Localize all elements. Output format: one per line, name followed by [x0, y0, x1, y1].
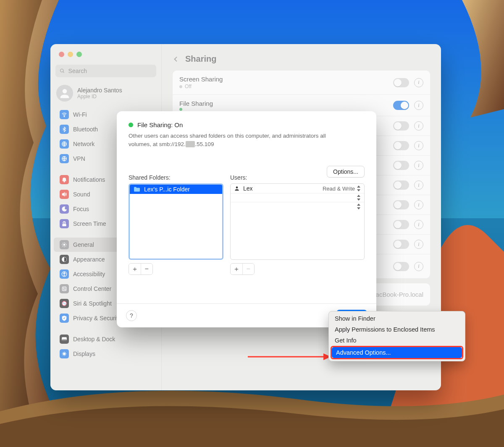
context-menu-item[interactable]: Show in Finder	[331, 313, 463, 324]
back-button[interactable]	[173, 55, 179, 63]
info-button[interactable]: i	[414, 180, 423, 190]
users-list[interactable]: LexRead & Write	[230, 183, 365, 260]
vpn-icon	[60, 154, 69, 163]
svg-point-4	[63, 89, 67, 94]
sidebar-item-label: Network	[73, 141, 94, 147]
sidebar-item-label: Siri & Spotlight	[73, 300, 112, 307]
shared-folders-list[interactable]: Lex's P...ic Folder	[129, 183, 223, 260]
updown-icon	[357, 204, 361, 209]
status-dot-icon	[179, 85, 182, 88]
info-button[interactable]: i	[414, 101, 423, 110]
help-button[interactable]: ?	[126, 310, 137, 321]
focus-icon	[60, 204, 69, 214]
user-name: Lex	[243, 185, 253, 192]
minimize-button[interactable]	[68, 52, 73, 57]
sheet-description: Other users can access shared folders on…	[129, 132, 355, 148]
bell-icon	[60, 175, 69, 184]
add-folder-button[interactable]: ＋	[129, 264, 141, 274]
permission-selector[interactable]	[357, 195, 361, 201]
avatar	[56, 85, 73, 102]
svg-marker-26	[357, 195, 360, 197]
svg-line-3	[63, 72, 64, 73]
sidebar-item-label: Desktop & Dock	[73, 336, 115, 342]
sidebar-item-label: Appearance	[73, 256, 105, 263]
sound-icon	[60, 190, 69, 199]
folder-name: Lex's P...ic Folder	[144, 186, 190, 193]
permission-selector[interactable]	[357, 204, 361, 209]
search-input[interactable]	[68, 67, 152, 75]
info-button[interactable]: i	[414, 141, 423, 150]
sidebar-item-displays[interactable]: Displays	[54, 347, 158, 361]
user-add-remove: ＋ −	[230, 263, 255, 275]
svg-marker-24	[357, 186, 360, 188]
folder-icon	[133, 186, 141, 192]
account-name: Alejandro Santos	[77, 87, 122, 94]
info-button[interactable]: i	[414, 200, 423, 209]
info-button[interactable]: i	[414, 161, 423, 170]
svg-point-2	[60, 69, 63, 72]
toggle[interactable]	[393, 121, 409, 131]
toggle[interactable]	[393, 161, 409, 170]
window-controls	[50, 44, 161, 57]
folder-add-remove: ＋ −	[129, 263, 153, 275]
user-row[interactable]: LexRead & Write	[231, 184, 364, 193]
toggle[interactable]	[393, 101, 409, 110]
toggle[interactable]	[393, 78, 409, 87]
search-field[interactable]	[55, 65, 156, 77]
siri-icon	[60, 299, 69, 308]
context-menu-item[interactable]: Apply Permissions to Enclosed Items	[331, 324, 463, 335]
remove-user-button[interactable]: −	[242, 264, 255, 274]
toggle[interactable]	[393, 141, 409, 150]
updown-icon	[357, 195, 361, 201]
annotation-highlight: Advanced Options...	[331, 346, 463, 359]
svg-marker-27	[357, 199, 360, 201]
sidebar-item-label: Sound	[73, 191, 90, 198]
svg-marker-29	[357, 207, 360, 209]
shared-folders-label: Shared Folders:	[129, 174, 223, 181]
privacy-icon	[60, 314, 69, 323]
desktop: Alejandro Santos Apple ID Wi-FiBluetooth…	[0, 0, 504, 447]
context-menu-item[interactable]: Get Info	[331, 335, 463, 346]
options-button[interactable]: Options...	[327, 166, 365, 178]
svg-rect-21	[62, 340, 67, 340]
svg-point-14	[64, 272, 65, 273]
svg-point-17	[65, 289, 66, 290]
toggle[interactable]	[393, 220, 409, 229]
sidebar-item-label: Control Center	[73, 285, 111, 292]
toggle[interactable]	[393, 262, 409, 271]
wifi-icon	[60, 110, 69, 119]
toggle[interactable]	[393, 200, 409, 209]
svg-point-8	[64, 181, 65, 182]
sidebar-item-label: Notifications	[73, 176, 105, 183]
info-button[interactable]: i	[414, 121, 423, 131]
sidebar-item-label: Focus	[73, 206, 89, 212]
svg-point-5	[64, 116, 65, 117]
file-sharing-sheet: File Sharing: On Other users can access …	[117, 111, 376, 327]
status-dot-icon	[129, 123, 133, 127]
info-button[interactable]: i	[414, 262, 423, 271]
toggle[interactable]	[393, 240, 409, 249]
context-menu: Show in FinderApply Permissions to Enclo…	[328, 311, 465, 361]
toggle[interactable]	[393, 180, 409, 190]
sidebar-item-desktop-dock[interactable]: Desktop & Dock	[54, 332, 158, 346]
gear-icon	[60, 240, 69, 249]
sidebar-item-label: General	[73, 241, 94, 248]
svg-rect-15	[62, 287, 66, 290]
info-button[interactable]: i	[414, 240, 423, 249]
info-button[interactable]: i	[414, 220, 423, 229]
add-user-button[interactable]: ＋	[231, 264, 242, 274]
network-icon	[60, 139, 69, 149]
context-menu-item[interactable]: Advanced Options...	[332, 347, 462, 358]
sidebar-item-label: VPN	[73, 155, 85, 162]
account-row[interactable]: Alejandro Santos Apple ID	[56, 85, 155, 102]
status-text: File Sharing: On	[137, 121, 183, 128]
zoom-button[interactable]	[76, 52, 82, 57]
shared-folder-row[interactable]: Lex's P...ic Folder	[130, 185, 222, 194]
info-button[interactable]: i	[414, 78, 423, 87]
search-icon	[60, 68, 65, 74]
close-button[interactable]	[59, 52, 64, 57]
service-row: Screen SharingOffi	[173, 71, 430, 95]
remove-folder-button[interactable]: −	[141, 264, 153, 274]
svg-point-16	[63, 288, 64, 288]
permission-selector[interactable]: Read & Write	[323, 186, 361, 192]
